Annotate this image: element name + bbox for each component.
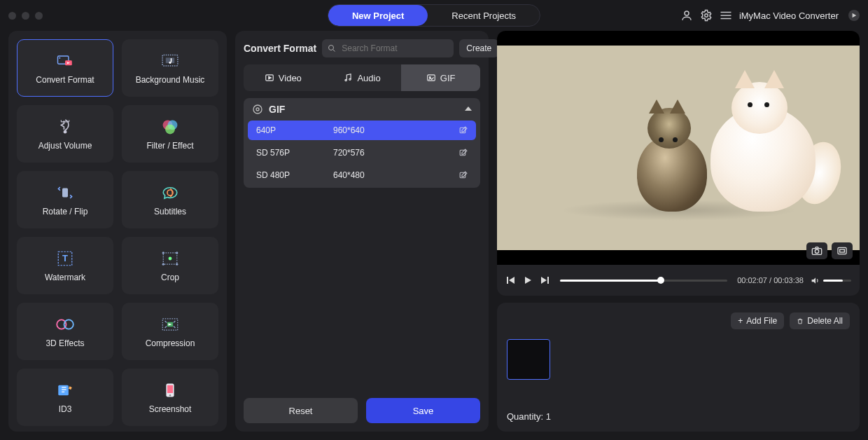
app-title: iMyMac Video Converter	[739, 11, 839, 21]
app-badge-icon	[848, 10, 860, 21]
add-file-button[interactable]: + Add File	[731, 312, 784, 329]
convert-icon	[55, 51, 75, 71]
svg-point-46	[253, 105, 262, 114]
preset-group-header[interactable]: GIF	[244, 98, 480, 121]
preset-name: SD 480P	[256, 170, 333, 180]
menu-icon[interactable]	[720, 9, 732, 22]
tool-crop[interactable]: Crop	[122, 237, 218, 294]
trash-icon	[797, 317, 804, 325]
edit-preset-icon[interactable]	[458, 126, 468, 135]
gif-icon	[426, 73, 436, 83]
tool-convert-format[interactable]: Convert Format	[17, 39, 113, 97]
svg-point-26	[162, 263, 164, 266]
svg-marker-58	[525, 277, 531, 284]
preset-resolution: 720*576	[333, 148, 417, 158]
svg-point-0	[685, 11, 689, 15]
preset-row[interactable]: SD 480P640*480	[248, 165, 476, 185]
svg-rect-54	[838, 247, 846, 254]
project-tabs: New Project Recent Projects	[328, 4, 540, 27]
volume-icon	[55, 117, 75, 137]
tab-audio[interactable]: Audio	[323, 64, 402, 91]
svg-point-23	[169, 257, 172, 261]
reset-button[interactable]: Reset	[244, 398, 358, 423]
file-list-panel: + Add File Delete All Quantity: 1	[497, 303, 860, 432]
tab-recent-projects[interactable]: Recent Projects	[428, 5, 540, 26]
filter-icon	[160, 117, 180, 137]
tool-label: Watermark	[45, 273, 85, 282]
tab-gif-label: GIF	[440, 73, 456, 83]
svg-marker-61	[811, 277, 815, 284]
edit-preset-icon[interactable]	[458, 149, 468, 158]
svg-marker-48	[465, 106, 472, 111]
svg-point-1	[705, 14, 708, 18]
tab-video[interactable]: Video	[244, 64, 323, 91]
svg-line-39	[333, 50, 335, 52]
volume-slider[interactable]	[823, 280, 851, 282]
3d-icon	[55, 315, 75, 334]
traffic-min-icon[interactable]	[22, 12, 29, 20]
seek-slider[interactable]	[560, 280, 727, 282]
preset-resolution: 960*640	[333, 125, 417, 135]
tool-adjust-volume[interactable]: Adjust Volume	[17, 105, 113, 163]
tool-sidebar: Convert FormatBackground MusicAdjust Vol…	[8, 31, 227, 432]
tool-id3[interactable]: ID3	[17, 369, 113, 426]
volume-button[interactable]	[809, 275, 820, 286]
fullscreen-button[interactable]	[832, 242, 853, 259]
preset-name: 640P	[256, 125, 333, 135]
account-icon[interactable]	[680, 9, 693, 22]
svg-marker-59	[541, 277, 547, 284]
tab-audio-label: Audio	[357, 73, 380, 83]
video-preview[interactable]	[497, 31, 860, 265]
tool-filter-effect[interactable]: Filter / Effect	[122, 105, 218, 163]
snapshot-button[interactable]	[806, 242, 827, 259]
search-input[interactable]	[340, 39, 448, 57]
tool-rotate-flip[interactable]: Rotate / Flip	[17, 171, 113, 228]
svg-point-24	[162, 252, 164, 254]
tab-video-label: Video	[279, 73, 302, 83]
svg-text:T: T	[62, 253, 68, 263]
preset-row[interactable]: SD 576P720*576	[248, 143, 476, 163]
gif-group-icon	[252, 104, 263, 115]
tool-label: Adjust Volume	[38, 141, 92, 151]
tool-watermark[interactable]: TWatermark	[17, 237, 113, 294]
tool-subtitles[interactable]: Subtitles	[122, 171, 218, 228]
save-button[interactable]: Save	[366, 398, 480, 423]
next-button[interactable]	[539, 275, 550, 286]
file-thumbnail[interactable]	[507, 339, 550, 380]
settings-icon[interactable]	[700, 9, 713, 22]
svg-rect-36	[167, 385, 173, 393]
subtitles-icon	[160, 183, 180, 202]
tool-label: Subtitles	[154, 207, 186, 216]
play-button[interactable]	[522, 275, 533, 286]
convert-panel: Convert Format Create ✕ Video Audio GIF	[235, 31, 489, 432]
tool-screenshot[interactable]: Screenshot	[122, 369, 218, 426]
edit-preset-icon[interactable]	[458, 171, 468, 180]
tab-gif[interactable]: GIF	[401, 64, 480, 91]
fullscreen-icon	[836, 246, 848, 256]
tab-new-project[interactable]: New Project	[328, 5, 428, 26]
format-type-tabs: Video Audio GIF	[244, 64, 480, 91]
playback-controls: 00:02:07 / 00:03:38	[497, 265, 860, 296]
traffic-max-icon[interactable]	[35, 12, 43, 20]
preset-row[interactable]: 640P960*640	[248, 121, 476, 140]
tool-compression[interactable]: Compression	[122, 303, 218, 360]
preview-content	[634, 121, 710, 212]
panel-title: Convert Format	[244, 43, 316, 54]
svg-point-38	[329, 46, 334, 50]
delete-all-button[interactable]: Delete All	[790, 312, 850, 329]
id3-icon	[55, 380, 75, 400]
traffic-close-icon[interactable]	[8, 12, 16, 20]
tool-3d-effects[interactable]: 3D Effects	[17, 303, 113, 360]
tool-background-music[interactable]: Background Music	[122, 39, 218, 97]
svg-point-7	[59, 57, 60, 59]
preset-group-label: GIF	[269, 104, 285, 115]
svg-point-14	[64, 130, 67, 134]
preset-resolution: 640*480	[333, 170, 417, 180]
search-format-field[interactable]	[322, 39, 454, 57]
tool-label: ID3	[59, 404, 72, 414]
create-button[interactable]: Create	[459, 39, 498, 57]
tool-label: 3D Effects	[46, 338, 84, 348]
crop-icon	[160, 249, 180, 268]
prev-button[interactable]	[505, 275, 517, 286]
window-controls[interactable]	[8, 12, 43, 20]
